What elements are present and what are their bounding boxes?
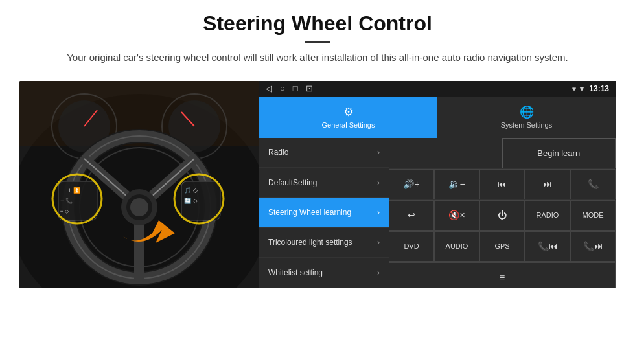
- status-bar-right: ♥ ▼ 13:13: [572, 84, 609, 93]
- page-title: Steering Wheel Control: [39, 12, 596, 36]
- menu-bottom-button[interactable]: ≡: [389, 262, 616, 288]
- power-button[interactable]: ⏻: [479, 200, 525, 231]
- dvd-button[interactable]: DVD: [389, 231, 434, 262]
- chevron-icon: ›: [377, 238, 380, 247]
- audio-label: AUDIO: [446, 242, 468, 250]
- back-icon[interactable]: ◁: [266, 84, 272, 93]
- tab-system[interactable]: 🌐 System Settings: [437, 97, 616, 138]
- recents-icon[interactable]: □: [293, 84, 298, 93]
- tab-system-label: System Settings: [501, 121, 552, 129]
- power-icon: ⏻: [498, 210, 507, 220]
- prev-track-button[interactable]: ⏮: [479, 169, 525, 199]
- menu-item-whitelist[interactable]: Whitelist setting ›: [259, 258, 389, 288]
- call-button[interactable]: 📞: [570, 169, 616, 199]
- chevron-icon: ›: [377, 178, 380, 187]
- menu-item-tricoloured[interactable]: Tricoloured light settings ›: [259, 228, 389, 258]
- main-content: Radio › DefaultSetting › Steering Wheel …: [259, 138, 616, 288]
- mode-label: MODE: [583, 211, 604, 219]
- button-row-1: 🔊+ 🔉− ⏮ ⏭ 📞: [389, 169, 616, 200]
- button-row-2: ↩ 🔇× ⏻ RADIO MODE: [389, 200, 616, 231]
- empty-box: [389, 138, 502, 168]
- chevron-icon: ›: [377, 208, 380, 217]
- page-header: Steering Wheel Control Your original car…: [0, 0, 635, 72]
- radio-label: RADIO: [537, 211, 559, 219]
- tel-prev-icon: 📞⏮: [538, 241, 558, 251]
- dvd-label: DVD: [404, 242, 419, 250]
- settings-tabs: ⚙ General Settings 🌐 System Settings: [259, 97, 616, 138]
- tel-prev-button[interactable]: 📞⏮: [525, 231, 570, 262]
- title-divider: [305, 41, 330, 43]
- status-bar-left: ◁ ○ □ ⊡: [266, 84, 313, 93]
- prev-track-icon: ⏮: [498, 179, 507, 189]
- button-row-3: DVD AUDIO GPS 📞⏮ 📞⏭: [389, 231, 616, 262]
- screenshot-icon[interactable]: ⊡: [306, 84, 313, 93]
- next-track-button[interactable]: ⏭: [525, 169, 570, 199]
- left-menu: Radio › DefaultSetting › Steering Wheel …: [259, 138, 389, 288]
- audio-button[interactable]: AUDIO: [434, 231, 479, 262]
- chevron-icon: ›: [377, 268, 380, 277]
- chevron-icon: ›: [377, 148, 380, 157]
- svg-text:−  📞: − 📞: [60, 197, 73, 205]
- tel-next-button[interactable]: 📞⏭: [570, 231, 616, 262]
- control-top-row: Begin learn: [389, 138, 616, 169]
- status-time: 13:13: [589, 84, 609, 93]
- location-icon: ♥ ▼: [572, 85, 585, 93]
- content-area: + ⏫ − 📞 ≡ ◇ 🎵 ◇ 🔄 ◇ ◁ ○ □ ⊡: [0, 81, 635, 288]
- begin-learn-button[interactable]: Begin learn: [502, 138, 616, 168]
- system-settings-icon: 🌐: [520, 105, 534, 119]
- svg-text:🎵 ◇: 🎵 ◇: [184, 187, 198, 194]
- gps-button[interactable]: GPS: [479, 231, 525, 262]
- mode-button[interactable]: MODE: [570, 200, 616, 231]
- menu-bottom-icon: ≡: [500, 272, 505, 282]
- hang-up-icon: ↩: [408, 210, 415, 220]
- vol-down-icon: 🔉−: [448, 179, 465, 189]
- home-icon[interactable]: ○: [280, 84, 285, 93]
- steering-wheel-image: + ⏫ − 📞 ≡ ◇ 🎵 ◇ 🔄 ◇: [19, 81, 259, 288]
- svg-text:🔄 ◇: 🔄 ◇: [184, 197, 198, 205]
- button-row-4: ≡: [389, 262, 616, 288]
- svg-text:≡  ◇: ≡ ◇: [60, 209, 69, 214]
- radio-button[interactable]: RADIO: [525, 200, 570, 231]
- mute-icon: 🔇×: [448, 210, 465, 220]
- android-ui: ◁ ○ □ ⊡ ♥ ▼ 13:13 ⚙ General Settings 🌐 S…: [259, 81, 616, 288]
- next-track-icon: ⏭: [543, 179, 552, 189]
- call-icon: 📞: [588, 179, 599, 189]
- menu-item-radio[interactable]: Radio ›: [259, 138, 389, 168]
- svg-text:+ ⏫: + ⏫: [68, 187, 81, 194]
- tel-next-icon: 📞⏭: [583, 241, 603, 251]
- menu-item-default-setting[interactable]: DefaultSetting ›: [259, 168, 389, 198]
- vol-up-button[interactable]: 🔊+: [389, 169, 434, 199]
- tab-general[interactable]: ⚙ General Settings: [259, 97, 437, 138]
- gps-label: GPS: [494, 242, 509, 250]
- svg-point-20: [130, 198, 148, 216]
- vol-down-button[interactable]: 🔉−: [434, 169, 479, 199]
- hang-up-button[interactable]: ↩: [389, 200, 434, 231]
- mute-button[interactable]: 🔇×: [434, 200, 479, 231]
- vol-up-icon: 🔊+: [403, 179, 419, 189]
- menu-item-steering-wheel[interactable]: Steering Wheel learning ›: [259, 198, 389, 227]
- tab-general-label: General Settings: [322, 121, 375, 129]
- page-subtitle: Your original car's steering wheel contr…: [65, 51, 570, 65]
- status-bar: ◁ ○ □ ⊡ ♥ ▼ 13:13: [259, 81, 616, 97]
- right-panel: Begin learn 🔊+ 🔉− ⏮ ⏭: [389, 138, 616, 288]
- general-settings-icon: ⚙: [343, 105, 354, 119]
